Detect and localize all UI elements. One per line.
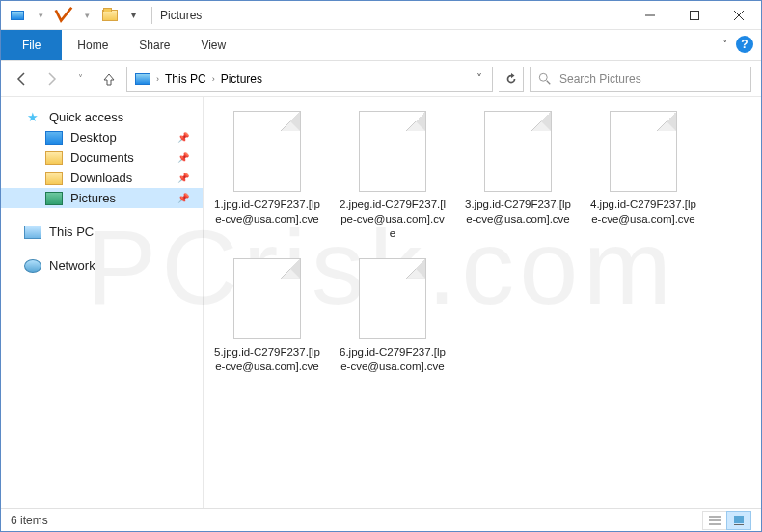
search-icon [538, 72, 552, 86]
svg-rect-1 [691, 12, 699, 20]
item-count: 6 items [11, 514, 48, 527]
qat-dropdown[interactable]: ▾ [122, 5, 144, 26]
pc-icon [24, 226, 41, 239]
file-item[interactable]: 5.jpg.id-C279F237.[lpe-cve@usa.com].cve [213, 258, 321, 374]
sidebar-label: Network [49, 258, 95, 273]
pictures-icon [45, 192, 63, 205]
pin-icon: 📌 [177, 152, 189, 163]
sidebar-label: Quick access [49, 110, 123, 124]
thumbnails-view-button[interactable] [726, 511, 751, 530]
sidebar-label: Desktop [70, 130, 117, 145]
chevron-right-icon[interactable]: › [212, 74, 215, 84]
properties-icon[interactable] [53, 5, 74, 26]
maximize-button[interactable] [672, 1, 717, 30]
breadcrumb-root-icon[interactable] [131, 73, 154, 85]
ribbon: File Home Share View ˅ ? [1, 30, 761, 61]
file-name: 4.jpg.id-C279F237.[lpe-cve@usa.com].cve [589, 198, 697, 226]
file-item[interactable]: 6.jpg.id-C279F237.[lpe-cve@usa.com].cve [339, 258, 447, 374]
qat-separator: ▾ [30, 5, 51, 26]
file-icon [484, 111, 552, 192]
recent-dropdown[interactable]: ˅ [68, 67, 92, 91]
file-name: 1.jpg.id-C279F237.[lpe-cve@usa.com].cve [213, 198, 321, 226]
home-tab[interactable]: Home [62, 30, 123, 60]
forward-button[interactable] [40, 67, 63, 91]
main-area: ★Quick access Desktop📌 Documents📌 Downlo… [1, 97, 761, 509]
qat-separator2: ▾ [76, 5, 97, 26]
folder-icon[interactable] [99, 5, 121, 26]
file-icon [359, 258, 426, 339]
back-button[interactable] [11, 67, 34, 91]
minimize-button[interactable] [628, 1, 672, 30]
help-icon[interactable]: ? [736, 36, 753, 53]
breadcrumb[interactable]: › This PC › Pictures ˅ [126, 66, 493, 92]
svg-rect-10 [734, 524, 744, 525]
pin-icon: 📌 [177, 132, 189, 143]
search-placeholder: Search Pictures [559, 72, 641, 86]
status-bar: 6 items [1, 508, 761, 531]
share-tab[interactable]: Share [123, 30, 185, 60]
titlebar: ▾ ▾ ▾ Pictures [1, 1, 761, 30]
file-name: 5.jpg.id-C279F237.[lpe-cve@usa.com].cve [213, 345, 321, 374]
svg-rect-9 [734, 516, 744, 523]
star-icon: ★ [24, 111, 41, 124]
sidebar-label: Downloads [70, 171, 132, 185]
sidebar-quick-access[interactable]: ★Quick access [1, 107, 203, 127]
file-pane[interactable]: 1.jpg.id-C279F237.[lpe-cve@usa.com].cve2… [204, 97, 761, 509]
file-item[interactable]: 1.jpg.id-C279F237.[lpe-cve@usa.com].cve [213, 111, 321, 241]
svg-line-5 [547, 80, 551, 84]
sidebar-network[interactable]: Network [1, 255, 203, 276]
window-title: Pictures [160, 9, 202, 22]
sidebar-label: Documents [70, 150, 134, 165]
file-item[interactable]: 4.jpg.id-C279F237.[lpe-cve@usa.com].cve [589, 111, 697, 241]
details-view-button[interactable] [702, 511, 727, 530]
file-icon [233, 111, 301, 192]
pin-icon: 📌 [177, 173, 189, 183]
chevron-right-icon[interactable]: › [156, 74, 159, 84]
pin-icon: 📌 [177, 193, 189, 203]
file-icon [233, 258, 301, 339]
file-item[interactable]: 2.jpeg.id-C279F237.[lpe-cve@usa.com].cve [339, 111, 447, 241]
file-tab[interactable]: File [1, 30, 62, 60]
file-icon [359, 111, 426, 192]
breadcrumb-pictures[interactable]: Pictures [217, 72, 266, 86]
address-dropdown[interactable]: ˅ [471, 72, 488, 86]
network-icon [24, 259, 41, 273]
desktop-icon [45, 131, 63, 145]
breadcrumb-thispc[interactable]: This PC [161, 72, 210, 86]
explorer-icon[interactable] [7, 5, 28, 26]
sidebar-desktop[interactable]: Desktop📌 [1, 127, 203, 147]
navigation-pane: ★Quick access Desktop📌 Documents📌 Downlo… [1, 97, 204, 509]
sidebar-pictures[interactable]: Pictures📌 [1, 188, 203, 208]
quick-access-toolbar: ▾ ▾ ▾ [1, 5, 144, 26]
search-input[interactable]: Search Pictures [530, 66, 751, 92]
file-name: 2.jpeg.id-C279F237.[lpe-cve@usa.com].cve [339, 198, 447, 241]
ribbon-expand-icon[interactable]: ˅ [722, 39, 728, 51]
sidebar-label: Pictures [70, 191, 116, 205]
documents-icon [45, 151, 63, 165]
sidebar-thispc[interactable]: This PC [1, 222, 203, 242]
downloads-icon [45, 172, 63, 185]
svg-point-4 [539, 73, 547, 81]
sidebar-label: This PC [49, 225, 94, 239]
file-icon [610, 111, 677, 192]
file-name: 6.jpg.id-C279F237.[lpe-cve@usa.com].cve [339, 345, 447, 374]
sidebar-downloads[interactable]: Downloads📌 [1, 168, 203, 188]
title-separator [151, 7, 152, 24]
up-button[interactable] [97, 67, 121, 91]
close-button[interactable] [717, 1, 761, 30]
sidebar-documents[interactable]: Documents📌 [1, 147, 203, 168]
file-name: 3.jpg.id-C279F237.[lpe-cve@usa.com].cve [464, 198, 572, 226]
view-tab[interactable]: View [185, 30, 241, 60]
refresh-button[interactable] [499, 66, 524, 92]
file-item[interactable]: 3.jpg.id-C279F237.[lpe-cve@usa.com].cve [464, 111, 572, 241]
address-bar: ˅ › This PC › Pictures ˅ Search Pictures [1, 61, 761, 97]
